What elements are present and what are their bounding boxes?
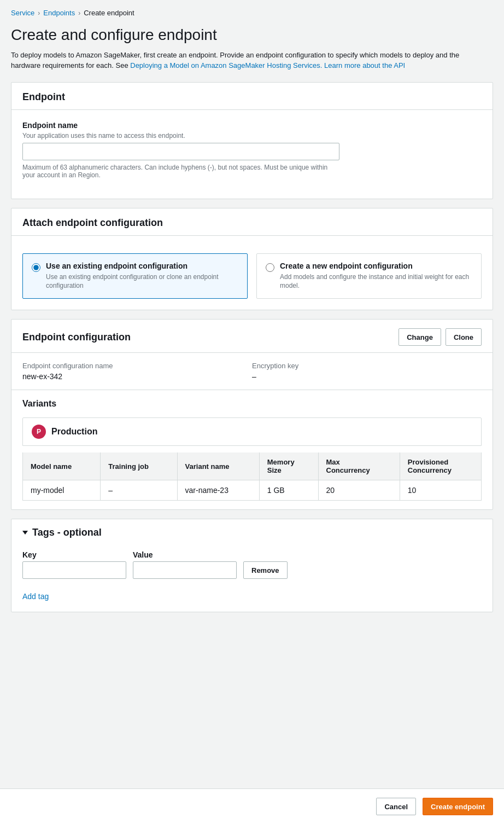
tags-header[interactable]: Tags - optional	[11, 519, 493, 546]
cell-variant-name: var-name-23	[177, 480, 259, 501]
attach-config-body: Use an existing endpoint configuration U…	[11, 236, 493, 310]
triangle-down-icon	[22, 531, 28, 535]
endpoint-name-hint: Your application uses this name to acces…	[22, 132, 482, 140]
radio-option-new[interactable]: Create a new endpoint configuration Add …	[256, 253, 482, 299]
tags-key-input[interactable]	[22, 561, 126, 579]
breadcrumb-current: Create endpoint	[84, 9, 134, 17]
create-endpoint-button[interactable]: Create endpoint	[423, 798, 493, 815]
endpoint-section-title: Endpoint	[22, 91, 482, 103]
config-name-detail: Endpoint configuration name new-ex-342	[22, 362, 252, 381]
radio-options: Use an existing endpoint configuration U…	[22, 253, 482, 299]
endpoint-config-card: Endpoint configuration Change Clone Endp…	[11, 319, 493, 510]
footer-actions: Cancel Create endpoint	[0, 788, 504, 824]
attach-config-title: Attach endpoint configuration	[22, 217, 482, 229]
encryption-key-label: Encryption key	[252, 362, 482, 370]
variants-title: Variants	[22, 399, 482, 409]
breadcrumb-service[interactable]: Service	[11, 9, 34, 17]
col-provisioned-concurrency: ProvisionedConcurrency	[400, 452, 481, 480]
cell-training-job: –	[101, 480, 177, 501]
col-memory-size: MemorySize	[259, 452, 318, 480]
tags-body: Key Value Remove Add tag	[11, 550, 493, 612]
col-max-concurrency: MaxConcurrency	[318, 452, 400, 480]
chevron-icon-2: ›	[78, 9, 80, 17]
radio-new-content: Create a new endpoint configuration Add …	[280, 262, 472, 291]
tags-title: Tags - optional	[32, 527, 102, 538]
tags-key-label: Key	[22, 550, 126, 559]
tags-row: Key Value Remove	[22, 550, 482, 579]
radio-new-input[interactable]	[266, 263, 274, 272]
radio-existing-content: Use an existing endpoint configuration U…	[46, 262, 238, 291]
variants-section: Variants P Production Model name Trainin…	[11, 390, 493, 509]
cell-provisioned-concurrency: 10	[400, 480, 481, 501]
page-description: To deploy models to Amazon SageMaker, fi…	[11, 50, 481, 71]
cancel-button[interactable]: Cancel	[376, 798, 416, 815]
tags-value-label: Value	[133, 550, 237, 559]
endpoint-name-input[interactable]	[22, 143, 339, 160]
radio-existing-title: Use an existing endpoint configuration	[46, 262, 238, 270]
encryption-key-detail: Encryption key –	[252, 362, 482, 381]
radio-new-title: Create a new endpoint configuration	[280, 262, 472, 270]
chevron-icon-1: ›	[38, 9, 40, 17]
variants-table: Model name Training job Variant name Mem…	[22, 452, 482, 501]
breadcrumb-endpoints[interactable]: Endpoints	[43, 9, 75, 17]
tags-card: Tags - optional Key Value Remove Add tag	[11, 519, 493, 612]
config-name-label: Endpoint configuration name	[22, 362, 252, 370]
production-title: Production	[51, 427, 97, 437]
endpoint-card-body: Endpoint name Your application uses this…	[11, 110, 493, 199]
endpoint-name-footer: Maximum of 63 alphanumeric characters. C…	[22, 164, 339, 179]
add-tag-link[interactable]: Add tag	[22, 592, 49, 601]
radio-existing-input[interactable]	[32, 263, 40, 272]
col-training-job: Training job	[101, 452, 177, 480]
endpoint-name-label: Endpoint name	[22, 121, 482, 130]
page-title: Create and configure endpoint	[11, 26, 493, 44]
production-container: P Production Model name Training job Var…	[22, 417, 482, 501]
attach-config-card: Attach endpoint configuration Use an exi…	[11, 208, 493, 311]
link-api[interactable]: Learn more about the API	[324, 61, 405, 69]
production-badge: P	[32, 425, 46, 439]
col-variant-name: Variant name	[177, 452, 259, 480]
remove-tag-button[interactable]: Remove	[243, 561, 288, 579]
config-name-value: new-ex-342	[22, 372, 252, 381]
clone-button[interactable]: Clone	[446, 328, 482, 346]
production-header: P Production	[22, 417, 482, 446]
config-details: Endpoint configuration name new-ex-342 E…	[11, 353, 493, 390]
tags-key-col: Key	[22, 550, 126, 579]
radio-existing-desc: Use an existing endpoint configuration o…	[46, 272, 238, 291]
endpoint-config-header: Endpoint configuration Change Clone	[11, 320, 493, 353]
cell-max-concurrency: 20	[318, 480, 400, 501]
radio-new-desc: Add models and configure the instance an…	[280, 272, 472, 291]
link-deploying[interactable]: Deploying a Model on Amazon SageMaker Ho…	[130, 61, 322, 69]
endpoint-config-title: Endpoint configuration	[22, 332, 131, 343]
cell-model-name: my-model	[23, 480, 101, 501]
radio-option-existing[interactable]: Use an existing endpoint configuration U…	[22, 253, 248, 299]
tags-value-input[interactable]	[133, 561, 237, 579]
tags-value-col: Value	[133, 550, 237, 579]
table-row: my-model – var-name-23 1 GB 20 10	[23, 480, 482, 501]
encryption-key-value: –	[252, 372, 482, 381]
change-button[interactable]: Change	[398, 328, 441, 346]
breadcrumb: Service › Endpoints › Create endpoint	[11, 9, 493, 17]
config-btn-group: Change Clone	[398, 328, 482, 346]
endpoint-card: Endpoint Endpoint name Your application …	[11, 82, 493, 199]
endpoint-card-header: Endpoint	[11, 83, 493, 110]
table-header-row: Model name Training job Variant name Mem…	[23, 452, 482, 480]
cell-memory-size: 1 GB	[259, 480, 318, 501]
endpoint-name-group: Endpoint name Your application uses this…	[22, 121, 482, 179]
col-model-name: Model name	[23, 452, 101, 480]
attach-config-header: Attach endpoint configuration	[11, 208, 493, 236]
